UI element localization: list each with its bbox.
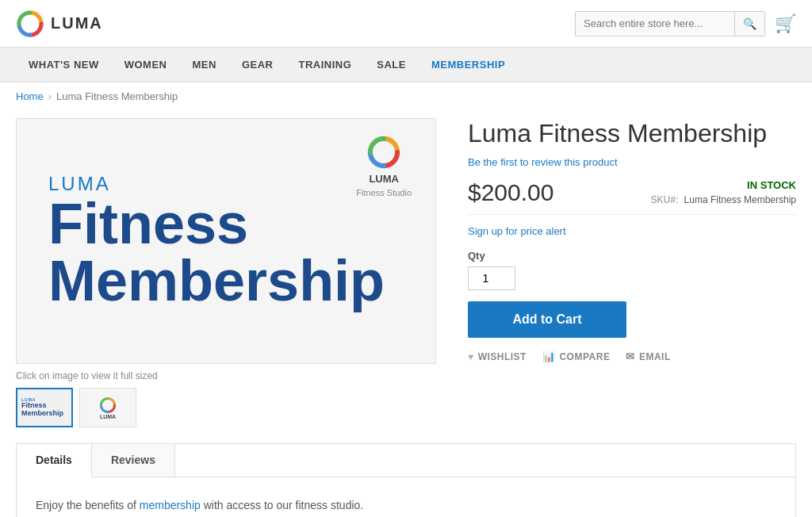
logo-area[interactable]: LUMA (16, 10, 103, 38)
nav-item-gear[interactable]: Gear (229, 48, 286, 82)
luma-studio-logo-icon (366, 135, 401, 170)
product-img-membership: Membership (48, 252, 385, 309)
luma-studio-label: LUMA (369, 173, 399, 185)
compare-icon: 📊 (542, 350, 556, 362)
compare-link[interactable]: 📊 COMPARE (542, 350, 610, 362)
product-image-text: LUMA Fitness Membership (48, 173, 385, 309)
nav-item-men[interactable]: Men (180, 48, 229, 82)
nav-item-training[interactable]: Training (285, 48, 364, 82)
thumb-1-text: LUMA Fitness Membership (21, 397, 63, 418)
search-box: 🔍 (575, 11, 765, 36)
thumbnail-1[interactable]: LUMA Fitness Membership (16, 388, 73, 427)
breadcrumb-separator: › (48, 90, 52, 102)
email-icon: ✉ (626, 350, 635, 362)
tab-content-details: Enjoy the benefits of membership with ac… (17, 477, 795, 517)
tabs-section: Details Reviews Enjoy the benefits of me… (16, 443, 796, 517)
breadcrumb-home[interactable]: Home (16, 90, 44, 102)
tab-details-text: Enjoy the benefits of membership with ac… (36, 496, 776, 514)
luma-logo-icon (16, 10, 44, 38)
search-button[interactable]: 🔍 (734, 12, 764, 36)
tab-details[interactable]: Details (17, 444, 92, 477)
stock-sku-block: IN STOCK SKU#: Luma Fitness Membership (651, 179, 796, 205)
tabs-header: Details Reviews (17, 444, 795, 477)
price-alert-link[interactable]: Sign up for price alert (468, 225, 566, 237)
details-text-prefix: Enjoy the benefits of (36, 499, 140, 511)
main-nav: What's New Women Men Gear Training Sale … (0, 48, 812, 82)
search-input[interactable] (576, 12, 734, 35)
breadcrumb: Home › Luma Fitness Membership (0, 82, 812, 110)
wishlist-label: WISHLIST (478, 351, 527, 362)
luma-studio-sublabel: Fitness Studio (356, 188, 412, 197)
email-label: EMAIL (639, 351, 671, 362)
sku-line: SKU#: Luma Fitness Membership (651, 194, 796, 205)
review-link[interactable]: Be the first to review this product (468, 156, 796, 168)
logo-text: LUMA (51, 14, 103, 33)
nav-item-membership[interactable]: Membership (419, 48, 518, 82)
product-details: Luma Fitness Membership Be the first to … (468, 118, 796, 362)
details-membership-link[interactable]: membership (140, 499, 201, 511)
price-stock-row: $200.00 IN STOCK SKU#: Luma Fitness Memb… (468, 179, 796, 206)
click-image-hint: Click on image to view it full sized (16, 370, 436, 381)
sku-label: SKU#: (651, 194, 679, 205)
wishlist-link[interactable]: ♥ WISHLIST (468, 351, 527, 362)
cart-icon[interactable]: 🛒 (775, 13, 796, 34)
heart-icon: ♥ (468, 351, 474, 362)
qty-section: Qty (468, 250, 796, 290)
compare-label: COMPARE (559, 351, 610, 362)
product-image-box[interactable]: LUMA Fitness Membership LUMA Fitness Stu… (16, 118, 436, 364)
add-to-cart-button[interactable]: Add to Cart (468, 301, 626, 338)
thumb-2-logo: LUMA (99, 396, 117, 419)
nav-item-whats-new[interactable]: What's New (16, 48, 112, 82)
product-title: Luma Fitness Membership (468, 118, 796, 148)
thumbnail-row: LUMA Fitness Membership LUMA (16, 388, 436, 427)
nav-item-sale[interactable]: Sale (364, 48, 419, 82)
action-links: ♥ WISHLIST 📊 COMPARE ✉ EMAIL (468, 350, 796, 362)
product-price: $200.00 (468, 179, 553, 206)
product-img-fitness: Fitness (48, 195, 248, 252)
email-link[interactable]: ✉ EMAIL (626, 350, 670, 362)
stock-status: IN STOCK (651, 179, 796, 191)
product-image-section: LUMA Fitness Membership LUMA Fitness Stu… (16, 118, 436, 427)
qty-input[interactable] (468, 266, 515, 290)
qty-label: Qty (468, 250, 796, 262)
header: LUMA 🔍 🛒 (0, 0, 812, 48)
tab-reviews[interactable]: Reviews (92, 444, 175, 477)
product-image-logo-right: LUMA Fitness Studio (356, 135, 412, 197)
main-content: LUMA Fitness Membership LUMA Fitness Stu… (0, 110, 812, 443)
sku-value: Luma Fitness Membership (684, 194, 796, 205)
breadcrumb-current: Luma Fitness Membership (56, 90, 178, 102)
nav-item-women[interactable]: Women (112, 48, 180, 82)
thumbnail-2[interactable]: LUMA (79, 388, 136, 427)
details-text-suffix: with access to our fitness studio. (201, 499, 363, 511)
header-right: 🔍 🛒 (575, 11, 796, 36)
price-alert-divider: Sign up for price alert (468, 214, 796, 237)
